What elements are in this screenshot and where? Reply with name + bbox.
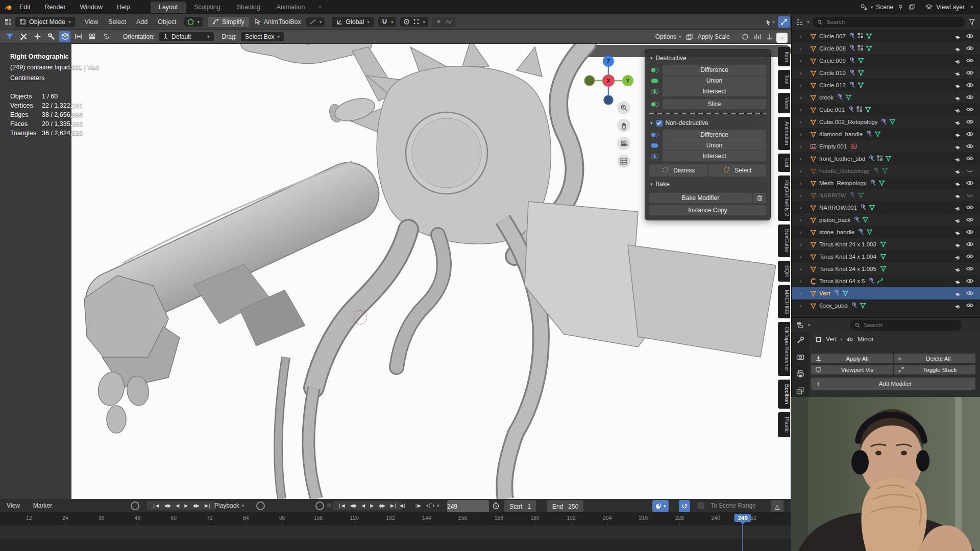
properties-editor-icon[interactable] [796, 321, 804, 329]
destructive-section-header[interactable]: ▾ Destructive :::: [649, 53, 766, 65]
slice-button[interactable]: Slice [663, 99, 766, 109]
outliner-mode-caret[interactable]: ▾ [807, 19, 810, 24]
outliner-row[interactable]: › Cube.002_Retopology [792, 116, 980, 128]
destructive-union-button[interactable]: Union [663, 76, 766, 86]
play-button[interactable]: ▶ [368, 502, 376, 509]
selectable-icon[interactable] [955, 229, 962, 236]
viewport-menu-object[interactable]: Object [153, 18, 181, 26]
expand-caret[interactable]: › [800, 229, 808, 235]
panel-grip-icon[interactable]: :::: [758, 56, 765, 61]
outliner-row[interactable]: › Circle.010 [792, 67, 980, 79]
expand-caret[interactable]: › [800, 192, 808, 198]
array-shape-icon[interactable] [753, 33, 762, 41]
eye-open-icon[interactable] [966, 302, 974, 310]
object-name[interactable]: Circle.012 [819, 82, 846, 88]
snap-dropdown[interactable]: ▾ [378, 17, 397, 27]
outliner-row[interactable]: › Torus Knot 24 x 1.005 [792, 263, 980, 275]
render-tab-icon[interactable] [796, 353, 804, 363]
viewlayer-tab-icon[interactable] [796, 387, 804, 397]
expand-caret[interactable]: › [800, 45, 808, 52]
outliner-row[interactable]: › Circle.012 [792, 79, 980, 91]
outliner-row[interactable]: › Mesh_Retopology [792, 177, 980, 189]
outliner-row[interactable]: › Torus Knot 24 x 1.004 [792, 251, 980, 263]
expand-caret[interactable]: › [800, 278, 808, 284]
instance-copy-button[interactable]: Instance Copy [649, 205, 766, 215]
outliner-row[interactable]: › front_feather_sbd [792, 153, 980, 165]
selectable-icon[interactable] [955, 302, 962, 310]
object-name[interactable]: Vert [819, 290, 830, 296]
object-name[interactable]: Torus Knot 24 x 1.003 [819, 241, 876, 247]
workspace-tab-animation[interactable]: Animation [268, 2, 313, 13]
object-name[interactable]: NARROW [819, 192, 846, 198]
viewlayer-icon[interactable] [925, 3, 933, 11]
orientation-default-dropdown[interactable]: Default ▾ [159, 32, 214, 41]
navigation-gizmo[interactable]: Z Y X [582, 49, 638, 105]
apply-all-button[interactable]: Apply All [811, 354, 893, 363]
visibility-dropdown[interactable]: ▾ [764, 16, 776, 28]
reset-range-button[interactable]: ↺ [679, 500, 690, 512]
eye-open-icon[interactable] [966, 253, 974, 261]
selectable-icon[interactable] [955, 155, 962, 163]
jump-next-frame-button[interactable]: ❘▶ [411, 502, 423, 509]
properties-search[interactable] [850, 320, 962, 331]
copy-icon[interactable] [685, 33, 694, 41]
autokey-toggle[interactable] [315, 500, 331, 511]
selectable-icon[interactable] [955, 33, 962, 40]
destructive-collapse-caret[interactable]: ▾ [650, 56, 653, 61]
camera-view-icon[interactable] [617, 137, 630, 150]
object-name[interactable]: Circle.008 [819, 45, 846, 52]
object-name[interactable]: боек_subd [819, 303, 848, 309]
workspace-tab-sculpting[interactable]: Sculpting [186, 2, 228, 13]
object-name[interactable]: diamond_handle [819, 131, 863, 137]
expand-caret[interactable]: › [800, 33, 808, 39]
eye-open-icon[interactable] [966, 118, 974, 126]
sidebar-tab-booltron[interactable]: Booltron [778, 380, 790, 409]
options-dropdown[interactable]: Options ▾ [655, 33, 681, 40]
cursor-tool-icon[interactable] [254, 18, 262, 26]
sidebar-tab-oktopo-remesher[interactable]: OkTopo Remesher [778, 322, 790, 376]
expand-caret[interactable]: › [800, 131, 808, 137]
expand-caret[interactable]: › [800, 70, 808, 76]
browse-scene-icon[interactable] [860, 3, 868, 11]
object-name[interactable]: stone_handle [819, 229, 854, 235]
expand-caret[interactable]: › [800, 290, 808, 296]
viewport-menu-add[interactable]: Add [131, 18, 153, 26]
selectable-icon[interactable] [955, 118, 962, 126]
sidebar-tab-tool[interactable]: Tool [778, 70, 790, 89]
outliner-row[interactable]: › Vert [792, 287, 980, 299]
expand-caret[interactable]: › [800, 254, 808, 260]
record-toggle[interactable] [131, 500, 139, 511]
play-reverse-button[interactable]: ◀ [359, 502, 367, 509]
workspace-tab-shading[interactable]: Shading [229, 2, 268, 13]
gizmos-toggle[interactable] [778, 16, 790, 28]
expand-caret[interactable]: › [800, 107, 808, 113]
outliner-row[interactable]: › stone_handle [792, 226, 980, 238]
eye-open-icon[interactable] [966, 204, 974, 212]
playhead-badge[interactable]: 249 [734, 514, 751, 522]
menu-window[interactable]: Window [73, 4, 110, 11]
eye-open-icon[interactable] [966, 180, 974, 187]
nondestructive-union-button[interactable]: Union [663, 140, 766, 151]
pin-scene-icon[interactable] [896, 3, 904, 11]
viewport-menu-select[interactable]: Select [103, 18, 131, 26]
nondestructive-checkbox[interactable] [656, 120, 663, 127]
outliner-row[interactable]: › Torus Knot 64 x 5 [792, 275, 980, 287]
keying-set-dropdown[interactable]: ▾ [306, 17, 325, 27]
gizmo-minus-z[interactable] [604, 95, 613, 105]
menu-render[interactable]: Render [38, 4, 73, 11]
eye-open-icon[interactable] [966, 69, 974, 77]
select-button[interactable]: Select [708, 164, 767, 177]
destructive-intersect-button[interactable]: Intersect [663, 86, 766, 96]
object-name[interactable]: piston_back [819, 217, 850, 223]
timeline-menu-marker[interactable]: Marker [27, 502, 59, 509]
sidebar-tab-bqr[interactable]: BQR [778, 261, 790, 282]
selectable-icon[interactable] [955, 216, 962, 224]
nondestructive-section-header[interactable]: ▾ Non-destructive :::: [649, 118, 766, 130]
annotate-tool-icon[interactable] [32, 31, 43, 42]
selectable-icon[interactable] [955, 82, 962, 89]
remove-viewlayer-icon[interactable]: × [968, 3, 976, 11]
nondestructive-collapse-caret[interactable]: ▾ [650, 120, 653, 126]
object-name[interactable]: Torus Knot 64 x 5 [819, 278, 865, 284]
scene-name[interactable]: Scene [876, 4, 893, 11]
object-name[interactable]: Mesh_Retopology [819, 180, 867, 186]
